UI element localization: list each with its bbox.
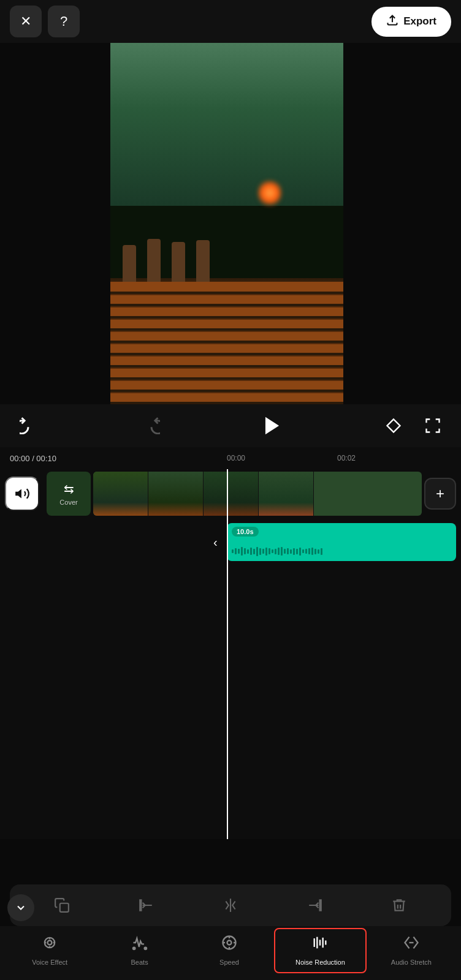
export-icon	[386, 14, 398, 29]
cover-arrow-icon: ⇆	[64, 481, 74, 496]
nav-item-noise-reduction[interactable]: Noise Reduction	[274, 928, 366, 973]
wave-bar	[247, 549, 249, 554]
thumb-1	[93, 472, 148, 516]
time-markers: 00:00 00:02	[0, 447, 461, 469]
nav-item-audio-stretch[interactable]: Audio Stretch	[367, 929, 456, 971]
wave-bar	[241, 547, 243, 556]
wave-bar	[262, 549, 264, 554]
wave-bar	[250, 548, 252, 555]
beats-label: Beats	[131, 959, 148, 967]
help-icon: ?	[60, 13, 67, 29]
wave-bar	[321, 548, 322, 555]
wave-bar	[311, 548, 313, 555]
wave-bar	[284, 549, 286, 554]
nav-item-voice-effect[interactable]: Voice Effect	[5, 929, 94, 971]
wave-bar	[302, 549, 304, 553]
svg-marker-1	[387, 420, 400, 432]
trim-left-button[interactable]	[131, 891, 161, 920]
bottom-nav: Voice Effect Beats Speed	[0, 926, 461, 980]
export-label: Export	[403, 15, 436, 28]
volume-button[interactable]	[5, 477, 39, 511]
speed-icon	[221, 934, 238, 956]
ctrl-right	[380, 412, 446, 439]
collapse-button[interactable]	[7, 894, 34, 921]
water-bg	[110, 206, 343, 278]
wave-bar	[238, 549, 240, 554]
playhead[interactable]	[227, 469, 228, 839]
svg-point-10	[227, 941, 232, 945]
wave-bar	[305, 549, 307, 554]
wave-bar	[290, 549, 292, 554]
track-volume	[0, 477, 44, 511]
cover-label: Cover	[59, 499, 77, 506]
svg-point-5	[48, 941, 52, 945]
svg-rect-3	[60, 903, 69, 912]
wave-bar	[314, 549, 316, 554]
redo-button[interactable]	[138, 412, 165, 439]
wave-bar	[287, 548, 289, 554]
audio-waveform	[232, 545, 451, 557]
wave-bar	[281, 547, 283, 556]
bottom-toolbar	[10, 884, 451, 926]
svg-point-7	[133, 948, 135, 950]
svg-point-6	[45, 938, 55, 948]
add-clip-button[interactable]: +	[424, 478, 456, 510]
thumb-2	[148, 472, 204, 516]
wave-bar	[259, 548, 261, 555]
voice-effect-icon	[41, 934, 58, 956]
sky-bg	[110, 43, 343, 206]
timeline-header: 00:00 / 00:10 00:00 00:02	[0, 447, 461, 469]
beats-icon	[131, 934, 148, 956]
trim-right-button[interactable]	[300, 891, 330, 920]
duplicate-button[interactable]	[47, 891, 77, 920]
tracks: ⇆ Cover + ‹ 10.0s	[0, 469, 461, 839]
wave-bar	[269, 548, 270, 554]
wave-bar	[275, 549, 276, 554]
nav-item-speed[interactable]: Speed	[185, 929, 274, 971]
wave-bar	[308, 548, 310, 554]
wave-bar	[244, 548, 246, 554]
svg-point-8	[144, 948, 147, 950]
audio-stretch-icon	[403, 934, 420, 956]
svg-marker-0	[265, 417, 279, 435]
help-button[interactable]: ?	[48, 6, 80, 37]
video-track-strip[interactable]	[93, 472, 422, 516]
audio-track[interactable]: 10.0s	[227, 523, 456, 561]
audio-track-row: ‹ 10.0s	[0, 521, 461, 564]
wave-bar	[299, 548, 301, 556]
add-icon: +	[436, 485, 444, 502]
export-button[interactable]: Export	[371, 7, 451, 37]
audio-duration-badge: 10.0s	[232, 527, 259, 537]
wave-bar	[318, 549, 319, 554]
wave-bar	[293, 548, 295, 555]
keyframe-button[interactable]	[380, 412, 407, 439]
close-button[interactable]: ✕	[10, 6, 42, 37]
play-button[interactable]	[261, 414, 284, 437]
wave-bar	[278, 548, 280, 555]
split-button[interactable]	[216, 891, 245, 920]
top-bar-left: ✕ ?	[10, 6, 80, 37]
noise-reduction-label: Noise Reduction	[295, 959, 345, 967]
fullscreen-button[interactable]	[419, 412, 446, 439]
video-preview	[110, 43, 343, 404]
brick-detail	[110, 282, 343, 404]
audio-expand-button[interactable]: ‹	[213, 535, 218, 549]
undo-button[interactable]	[15, 412, 42, 439]
wave-bar	[272, 549, 273, 553]
audio-stretch-label: Audio Stretch	[391, 959, 432, 967]
speed-label: Speed	[219, 959, 239, 967]
wave-bar	[256, 547, 258, 556]
thumb-3	[204, 472, 259, 516]
wave-bar	[253, 549, 255, 554]
timeline-area: 00:00 / 00:10 00:00 00:02 ⇆	[0, 447, 461, 839]
cover-thumbnail[interactable]: ⇆ Cover	[47, 472, 91, 516]
thumb-4	[259, 472, 314, 516]
delete-button[interactable]	[384, 891, 414, 920]
time-marker-0: 00:00	[227, 454, 288, 462]
top-bar: ✕ ? Export	[0, 0, 461, 43]
video-background	[110, 43, 343, 404]
time-marker-1: 00:02	[337, 454, 398, 462]
nav-item-beats[interactable]: Beats	[94, 929, 184, 971]
lantern-glow	[257, 178, 282, 208]
wave-bar	[296, 549, 298, 554]
